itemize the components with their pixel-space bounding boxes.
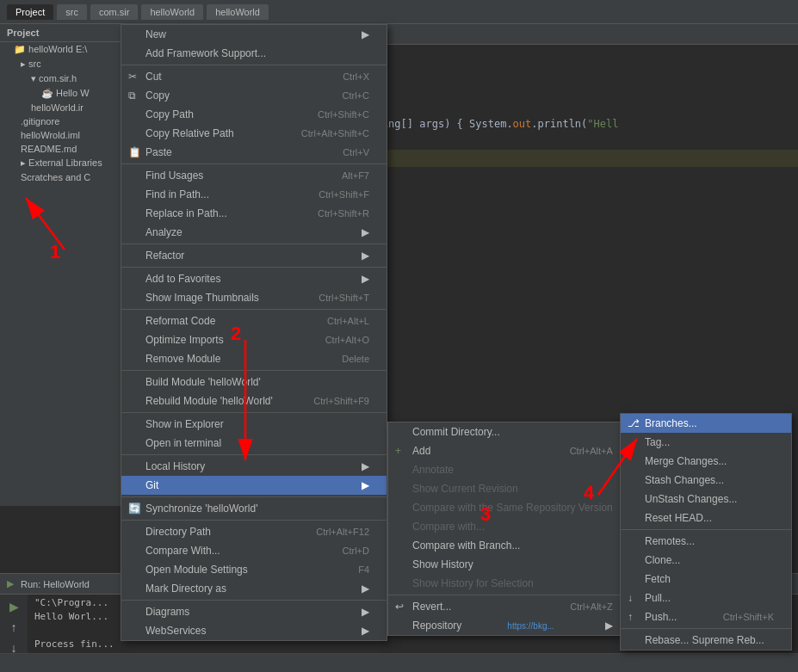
menu-rebuild-module[interactable]: Rebuild Module 'helloWorld'Ctrl+Shift+F9 — [121, 391, 387, 410]
menu-paste[interactable]: 📋 PasteCtrl+V — [121, 143, 387, 162]
menu-show-explorer[interactable]: Show in Explorer — [121, 415, 387, 434]
branches-submenu: ⎇ Branches... Tag... Merge Changes... St… — [620, 413, 792, 650]
sidebar-item-scratches[interactable]: Scratches and C — [0, 170, 133, 184]
sidebar-item-iml[interactable]: helloWorld.ir — [0, 101, 133, 114]
sep11 — [121, 600, 387, 601]
menu-dir-label: Directory Path — [145, 526, 211, 538]
sidebar-item-src[interactable]: ▸ src — [0, 57, 133, 71]
menu-analyze-label: Analyze — [145, 226, 182, 238]
menu-push[interactable]: ↑ Push...Ctrl+Shift+K — [621, 607, 791, 626]
tab-hello1[interactable]: helloWorld — [141, 4, 203, 20]
sidebar-item-gitignore[interactable]: .gitignore — [0, 114, 133, 128]
menu-git-history-sel-label: Show History for Selection — [412, 577, 534, 589]
menu-push-label: Push... — [645, 611, 677, 623]
menu-git-show-history[interactable]: Show History — [388, 555, 630, 574]
run-line-4: Process fin... — [34, 638, 114, 651]
menu-replace-in-path[interactable]: Replace in Path...Ctrl+Shift+R — [121, 204, 387, 223]
menu-open-terminal-label: Open in terminal — [145, 437, 221, 449]
menu-copy-relative[interactable]: Copy Relative PathCtrl+Alt+Shift+C — [121, 124, 387, 143]
menu-git[interactable]: Git▶ — [121, 476, 387, 495]
menu-module-label: Open Module Settings — [145, 564, 248, 576]
menu-copy-relative-label: Copy Relative Path — [145, 127, 234, 139]
menu-add-favorites[interactable]: Add to Favorites▶ — [121, 269, 387, 288]
menu-branches-label: Branches... — [645, 417, 697, 429]
menu-rebuild-label: Rebuild Module 'helloWorld' — [145, 395, 273, 407]
menu-merge[interactable]: Merge Changes... — [621, 452, 791, 471]
menu-reset-head[interactable]: Reset HEAD... — [621, 509, 791, 527]
menu-tag[interactable]: Tag... — [621, 433, 791, 452]
menu-show-thumbnails[interactable]: Show Image ThumbnailsCtrl+Shift+T — [121, 288, 387, 307]
menu-open-terminal[interactable]: Open in terminal — [121, 434, 387, 453]
menu-branches[interactable]: ⎇ Branches... — [621, 414, 791, 433]
sep5 — [121, 309, 387, 310]
menu-copy-label: Copy — [145, 89, 170, 102]
menu-unstash[interactable]: UnStash Changes... — [621, 490, 791, 509]
menu-directory-path[interactable]: Directory PathCtrl+Alt+F12 — [121, 522, 387, 541]
menu-fetch[interactable]: Fetch — [621, 570, 791, 589]
menu-git-revision-label: Show Current Revision — [412, 483, 518, 495]
menu-compare-with[interactable]: Compare With...Ctrl+D — [121, 541, 387, 560]
run-line-3 — [34, 624, 114, 638]
menu-reformat-label: Reformat Code — [145, 315, 215, 327]
menu-find-usages[interactable]: Find UsagesAlt+F7 — [121, 166, 387, 185]
tab-project[interactable]: Project — [7, 4, 53, 20]
menu-refactor-label: Refactor — [145, 250, 184, 262]
menu-git-history-selection: Show History for Selection — [388, 574, 630, 593]
menu-paste-label: Paste — [145, 146, 172, 158]
menu-find-in-path[interactable]: Find in Path...Ctrl+Shift+F — [121, 185, 387, 204]
menu-pull[interactable]: ↓ Pull... — [621, 589, 791, 607]
sidebar-item-iml2[interactable]: helloWrold.iml — [0, 128, 133, 142]
menu-replace-in-path-label: Replace in Path... — [145, 207, 227, 219]
tab-src[interactable]: src — [57, 4, 87, 20]
menu-pull-label: Pull... — [645, 592, 671, 604]
menu-cut[interactable]: ✂ CutCtrl+X — [121, 67, 387, 86]
menu-git-commit[interactable]: Commit Directory... — [388, 422, 630, 441]
menu-rebase[interactable]: Rebase... Supreme Reb... — [621, 631, 791, 650]
menu-copy-path[interactable]: Copy PathCtrl+Shift+C — [121, 105, 387, 124]
run-up-btn[interactable]: ↑ — [5, 619, 22, 636]
menu-new[interactable]: New▶ — [121, 25, 387, 44]
menu-new-label: New — [145, 28, 166, 40]
menu-clone[interactable]: Clone... — [621, 551, 791, 570]
menu-remove-label: Remove Module — [145, 353, 220, 365]
menu-remotes[interactable]: Remotes... — [621, 532, 791, 551]
menu-git-revert[interactable]: ↩ Revert...Ctrl+Alt+Z — [388, 597, 630, 616]
menu-merge-label: Merge Changes... — [645, 455, 727, 467]
menu-refactor[interactable]: Refactor▶ — [121, 246, 387, 265]
menu-module-settings[interactable]: Open Module SettingsF4 — [121, 560, 387, 579]
run-title: Run: HelloWorld — [21, 579, 90, 589]
sep4 — [121, 267, 387, 268]
menu-git-revert-label: Revert... — [412, 601, 451, 613]
menu-stash[interactable]: Stash Changes... — [621, 471, 791, 490]
main-context-menu: New▶ Add Framework Support... ✂ CutCtrl+… — [121, 24, 387, 641]
menu-clone-label: Clone... — [645, 554, 680, 566]
sidebar-item-com[interactable]: ▾ com.sir.h — [0, 71, 133, 86]
menu-copy-path-label: Copy Path — [145, 108, 194, 120]
menu-build-module[interactable]: Build Module 'helloWorld' — [121, 373, 387, 391]
menu-git-add[interactable]: + AddCtrl+Alt+A — [388, 441, 630, 460]
menu-git-repository[interactable]: Repository https://bkg... ▶ — [388, 616, 630, 635]
tab-com[interactable]: com.sir — [90, 4, 138, 20]
paste-icon: 📋 — [128, 146, 141, 158]
menu-local-history-label: Local History — [145, 460, 205, 472]
menu-diagrams[interactable]: Diagrams▶ — [121, 602, 387, 621]
menu-git-repo-label: Repository — [412, 620, 461, 632]
menu-copy[interactable]: ⧉ CopyCtrl+C — [121, 86, 387, 105]
tab-hello2[interactable]: helloWorld — [207, 4, 269, 20]
project-sidebar: Project 📁 helloWorld E:\ ▸ src ▾ com.sir… — [0, 24, 133, 506]
menu-remove-module[interactable]: Remove ModuleDelete — [121, 349, 387, 368]
menu-optimize-imports[interactable]: Optimize ImportsCtrl+Alt+O — [121, 330, 387, 349]
menu-webservices[interactable]: WebServices▶ — [121, 621, 387, 640]
sidebar-item-hello-java[interactable]: ☕ Hello W — [0, 86, 133, 101]
run-play-btn[interactable]: ▶ — [5, 598, 22, 615]
sidebar-item-helloworld[interactable]: 📁 helloWorld E:\ — [0, 42, 133, 57]
menu-mark-dir[interactable]: Mark Directory as▶ — [121, 579, 387, 598]
sidebar-item-readme[interactable]: README.md — [0, 142, 133, 156]
menu-synchronize[interactable]: 🔄 Synchronize 'helloWorld' — [121, 499, 387, 518]
menu-analyze[interactable]: Analyze▶ — [121, 223, 387, 242]
menu-local-history[interactable]: Local History▶ — [121, 457, 387, 476]
menu-reformat[interactable]: Reformat CodeCtrl+Alt+L — [121, 311, 387, 330]
menu-add-framework[interactable]: Add Framework Support... — [121, 44, 387, 63]
sidebar-item-external-libs[interactable]: ▸ External Libraries — [0, 156, 133, 170]
menu-git-compare-branch[interactable]: Compare with Branch... — [388, 536, 630, 555]
